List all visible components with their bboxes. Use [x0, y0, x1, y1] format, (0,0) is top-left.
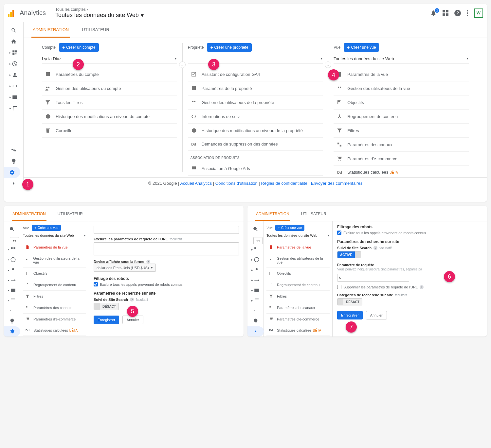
create-view-button[interactable]: +Créer une vue — [344, 43, 379, 52]
view-ecommerce[interactable]: Paramètres d'e-commerce — [266, 314, 330, 325]
account-filters[interactable]: Tous les filtres — [42, 95, 177, 110]
category-toggle-off[interactable]: DÉSACT — [337, 298, 362, 305]
more-menu-icon[interactable] — [467, 10, 468, 16]
prop-settings[interactable]: Paramètres de la propriété — [188, 81, 323, 95]
view-goals[interactable]: Objectifs — [334, 95, 469, 110]
account-settings[interactable]: Paramètres du compte — [42, 67, 177, 81]
save-button[interactable]: Enregistrer — [337, 311, 363, 319]
bot-exclude-checkbox[interactable]: Exclure tous les appels provenant de rob… — [337, 231, 482, 235]
prop-adsense[interactable]: Association à AdSense — [188, 176, 323, 177]
site-search-toggle-on[interactable]: ACTIVÉ — [337, 251, 361, 258]
sidebar-attribution[interactable] — [4, 306, 20, 316]
sidebar-home[interactable] — [4, 36, 23, 47]
sidebar-acquisition[interactable]: ▸ — [4, 80, 23, 92]
view-content-group[interactable]: Regroupement de contenu — [266, 279, 330, 291]
create-account-button[interactable]: +Créer un compte — [59, 43, 99, 52]
currency-dropdown[interactable]: dollar des États-Unis (USD $US)▾ — [94, 264, 156, 272]
footer-link[interactable]: Règles de confidentialité — [261, 181, 307, 186]
sidebar-discover[interactable] — [4, 316, 20, 326]
query-param-input[interactable] — [337, 274, 409, 282]
strip-params-checkbox[interactable]: Supprimer les paramètres de requête de l… — [337, 285, 482, 289]
prop-ga4-assistant[interactable]: Assistant de configuration GA4 — [188, 67, 323, 81]
footer-link[interactable]: Envoyer des commentaires — [311, 181, 363, 186]
create-view-button[interactable]: + Créer une vue — [32, 225, 61, 231]
sidebar-conversions[interactable]: ▸ — [247, 296, 264, 306]
view-content-group[interactable]: Regroupement de contenu — [23, 279, 86, 291]
help-icon[interactable]: ? — [146, 260, 150, 264]
view-filters[interactable]: Filtres — [334, 124, 469, 138]
view-filters[interactable]: Filtres — [266, 291, 330, 302]
back-button[interactable]: ↤ — [253, 237, 263, 244]
tab-user[interactable]: UTILISATEUR — [81, 23, 111, 38]
sidebar-discover[interactable] — [247, 316, 264, 326]
view-goals[interactable]: Objectifs — [23, 268, 86, 279]
view-dropdown[interactable]: Toutes les données du site Web▼ — [334, 54, 469, 63]
view-content-group[interactable]: Regroupement de contenu — [334, 110, 469, 124]
account-selector[interactable]: Tous les comptes › Toutes les données du… — [50, 7, 144, 19]
sidebar-attribution[interactable] — [4, 145, 23, 156]
sidebar-realtime[interactable]: ▸ — [4, 255, 20, 265]
footer-link[interactable]: Accueil Analytics — [180, 181, 212, 186]
sidebar-attribution[interactable] — [247, 306, 264, 316]
prop-tracking[interactable]: Informations de suivi — [188, 110, 323, 124]
sidebar-audience[interactable]: ▸ — [247, 265, 264, 275]
help-icon[interactable]: ? — [130, 298, 134, 302]
sidebar-admin[interactable] — [4, 167, 20, 178]
sidebar-audience[interactable]: ▸ — [4, 265, 20, 275]
view-filters[interactable]: Filtres — [23, 291, 86, 302]
view-ecommerce[interactable]: Paramètres d'e-commerce — [334, 152, 469, 166]
sidebar-realtime[interactable]: ▸ — [4, 58, 23, 69]
tab-user[interactable]: UTILISATEUR — [57, 208, 83, 221]
view-settings[interactable]: Paramètres de la vue — [23, 242, 86, 253]
sidebar-admin[interactable] — [247, 326, 264, 336]
prop-deletion[interactable]: DdDemandes de suppression des données — [188, 138, 323, 151]
view-ecommerce[interactable]: Paramètres d'e-commerce — [23, 314, 86, 325]
sidebar-collapse[interactable] — [4, 178, 23, 189]
tab-administration[interactable]: ADMINISTRATION — [12, 208, 46, 221]
view-goals[interactable]: Objectifs — [266, 268, 330, 279]
tab-administration[interactable]: ADMINISTRATION — [255, 208, 290, 221]
sidebar-custom[interactable]: ▸ — [4, 245, 20, 255]
view-dropdown[interactable]: Toutes les données du site Web▼ — [266, 232, 330, 239]
create-view-button[interactable]: + Créer une vue — [275, 225, 304, 231]
property-dropdown[interactable]: ▼ — [188, 54, 323, 63]
create-property-button[interactable]: +Créer une propriété — [207, 43, 251, 52]
prop-history[interactable]: Historique des modifications au niveau d… — [188, 124, 323, 138]
tab-administration[interactable]: ADMINISTRATION — [31, 23, 70, 38]
sidebar-admin[interactable] — [4, 326, 20, 336]
sidebar-custom[interactable]: ▸ — [4, 47, 23, 58]
view-calc-stats[interactable]: DdStatistiques calculéesBÊTA — [23, 325, 86, 336]
sidebar-acquisition[interactable]: ▸ — [4, 275, 20, 285]
view-users[interactable]: Gestion des utilisateurs de la vue — [23, 253, 86, 268]
sidebar-acquisition[interactable]: ▸ — [247, 275, 264, 285]
bot-exclude-checkbox[interactable]: Exclure tous les appels provenant de rob… — [94, 282, 239, 286]
view-users[interactable]: Gestion des utilisateurs de la vue — [266, 253, 330, 268]
apps-icon[interactable] — [443, 10, 448, 16]
help-icon[interactable]: ? — [373, 246, 377, 250]
sidebar-discover[interactable] — [4, 156, 23, 167]
sidebar-conversions[interactable]: ▸ — [4, 296, 20, 306]
account-users[interactable]: Gestion des utilisateurs du compte — [42, 81, 177, 95]
sidebar-behavior[interactable]: ▸ — [247, 285, 264, 296]
view-calc-stats[interactable]: DdStatistiques calculéesBÊTA — [334, 166, 469, 177]
help-icon[interactable]: ? — [420, 285, 424, 289]
account-dropdown[interactable]: Lycia Diaz▼ — [42, 54, 177, 63]
sidebar-search[interactable] — [4, 224, 20, 234]
view-dropdown[interactable]: Toutes les données du site Web▼ — [23, 232, 86, 239]
sidebar-behavior[interactable]: ▸ — [4, 92, 23, 103]
account-trash[interactable]: Corbeille — [42, 124, 177, 138]
prop-google-ads[interactable]: Association à Google Ads — [188, 162, 323, 176]
cancel-button[interactable]: Annuler — [366, 311, 387, 319]
help-icon[interactable]: ? — [454, 10, 461, 16]
footer-link[interactable]: Conditions d'utilisation — [215, 181, 258, 186]
tab-user[interactable]: UTILISATEUR — [300, 208, 327, 221]
view-users[interactable]: Gestion des utilisateurs de la vue — [334, 81, 469, 95]
sidebar-search[interactable] — [247, 224, 264, 234]
back-button[interactable]: ↤ — [10, 237, 19, 244]
view-settings[interactable]: Paramètres de la vue — [266, 242, 330, 253]
sidebar-conversions[interactable]: ▸ — [4, 103, 23, 114]
view-calc-stats[interactable]: DdStatistiques calculéesBÊTA — [266, 325, 330, 336]
exclude-params-input[interactable] — [94, 242, 239, 255]
prop-users[interactable]: Gestion des utilisateurs de la propriété — [188, 95, 323, 110]
view-channels[interactable]: Paramètres des canaux — [266, 302, 330, 314]
